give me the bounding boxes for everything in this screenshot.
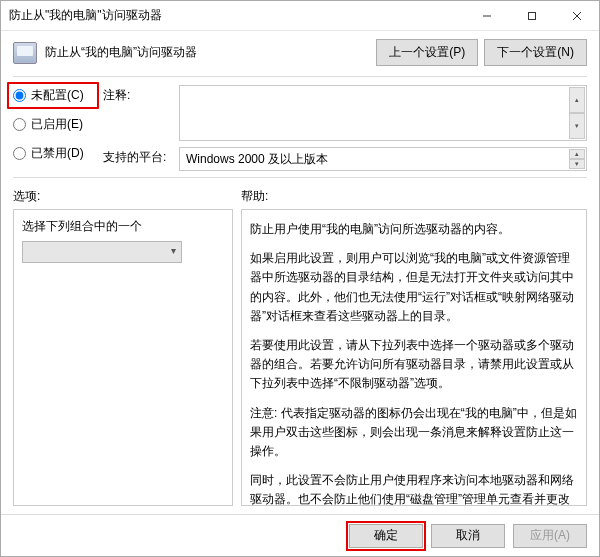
maximize-button[interactable] (509, 1, 554, 30)
help-paragraph: 若要使用此设置，请从下拉列表中选择一个驱动器或多个驱动器的组合。若要允许访问所有… (250, 336, 578, 394)
radio-not-configured[interactable]: 未配置(C) (7, 82, 99, 109)
help-paragraph: 防止用户使用“我的电脑”访问所选驱动器的内容。 (250, 220, 578, 239)
help-pane[interactable]: 防止用户使用“我的电脑”访问所选驱动器的内容。 如果启用此设置，则用户可以浏览“… (241, 209, 587, 506)
next-setting-button[interactable]: 下一个设置(N) (484, 39, 587, 66)
radio-disabled-input[interactable] (13, 147, 26, 160)
platform-display: Windows 2000 及以上版本 ▴▾ (179, 147, 587, 171)
platform-label: 支持的平台: (103, 147, 173, 166)
window-controls (464, 1, 599, 30)
svg-rect-1 (528, 12, 535, 19)
help-label: 帮助: (241, 188, 268, 205)
options-dropdown[interactable] (22, 241, 182, 263)
radio-disabled[interactable]: 已禁用(D) (13, 145, 93, 162)
header-nav: 上一个设置(P) 下一个设置(N) (376, 39, 587, 66)
minimize-icon (482, 11, 492, 21)
help-paragraph: 如果启用此设置，则用户可以浏览“我的电脑”或文件资源管理器中所选驱动器的目录结构… (250, 249, 578, 326)
radio-not-configured-label: 未配置(C) (31, 87, 84, 104)
main-area: 选择下列组合中的一个 防止用户使用“我的电脑”访问所选驱动器的内容。 如果启用此… (1, 209, 599, 514)
ok-button[interactable]: 确定 (349, 524, 423, 548)
minimize-button[interactable] (464, 1, 509, 30)
header-subtitle: 防止从“我的电脑”访问驱动器 (45, 44, 368, 61)
close-button[interactable] (554, 1, 599, 30)
close-icon (572, 11, 582, 21)
help-paragraph: 同时，此设置不会防止用户使用程序来访问本地驱动器和网络驱动器。也不会防止他们使用… (250, 471, 578, 506)
maximize-icon (527, 11, 537, 21)
separator-2 (13, 177, 587, 178)
prev-setting-button[interactable]: 上一个设置(P) (376, 39, 478, 66)
comment-label: 注释: (103, 85, 173, 104)
options-label: 选项: (13, 188, 241, 205)
radio-not-configured-input[interactable] (13, 89, 26, 102)
radio-enabled[interactable]: 已启用(E) (13, 116, 93, 133)
options-select-label: 选择下列组合中的一个 (22, 218, 224, 235)
header-row: 防止从“我的电脑”访问驱动器 上一个设置(P) 下一个设置(N) (1, 31, 599, 74)
separator (13, 76, 587, 77)
footer: 确定 取消 应用(A) (1, 514, 599, 556)
apply-button[interactable]: 应用(A) (513, 524, 587, 548)
platform-spin[interactable]: ▴▾ (569, 149, 585, 169)
comment-input[interactable]: ▴▾ (179, 85, 587, 141)
radio-disabled-label: 已禁用(D) (31, 145, 84, 162)
comment-spin[interactable]: ▴▾ (569, 87, 585, 139)
radio-enabled-input[interactable] (13, 118, 26, 131)
cancel-button[interactable]: 取消 (431, 524, 505, 548)
config-area: 未配置(C) 已启用(E) 已禁用(D) 注释: ▴▾ 支持的平台: Wi (1, 79, 599, 175)
fields-column: 注释: ▴▾ 支持的平台: Windows 2000 及以上版本 ▴▾ (103, 85, 587, 171)
radio-group: 未配置(C) 已启用(E) 已禁用(D) (13, 85, 93, 171)
window-title: 防止从"我的电脑"访问驱动器 (9, 7, 464, 24)
titlebar: 防止从"我的电脑"访问驱动器 (1, 1, 599, 31)
section-labels: 选项: 帮助: (1, 180, 599, 209)
platform-row: 支持的平台: Windows 2000 及以上版本 ▴▾ (103, 147, 587, 171)
dialog-window: 防止从"我的电脑"访问驱动器 防止从“我的电脑”访问驱动器 上一个设置(P) 下… (0, 0, 600, 557)
platform-value: Windows 2000 及以上版本 (186, 151, 328, 168)
comment-row: 注释: ▴▾ (103, 85, 587, 141)
radio-enabled-label: 已启用(E) (31, 116, 83, 133)
help-paragraph: 注意: 代表指定驱动器的图标仍会出现在“我的电脑”中，但是如果用户双击这些图标，… (250, 404, 578, 462)
options-pane: 选择下列组合中的一个 (13, 209, 233, 506)
policy-icon (13, 42, 37, 64)
